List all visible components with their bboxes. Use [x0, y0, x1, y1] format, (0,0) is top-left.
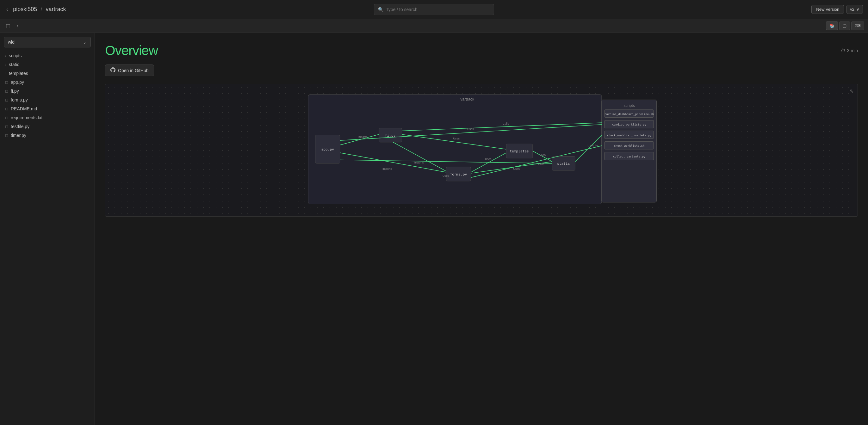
svg-text:templates: templates	[509, 149, 529, 153]
read-time-value: 3 min	[847, 48, 858, 53]
sidebar-file-fi-py[interactable]: ◻ fi.py	[0, 87, 95, 96]
sidebar-file-requirements[interactable]: ◻ requirements.txt	[0, 113, 95, 122]
file-timer-label: timer.py	[11, 133, 26, 138]
svg-text:check_worklist_complete.py: check_worklist_complete.py	[607, 134, 652, 137]
vartrack-group-label: vartrack	[460, 97, 474, 101]
version-badge[interactable]: v2 ∨	[846, 5, 863, 14]
file-icon: ◻	[5, 124, 8, 129]
svg-text:static: static	[557, 162, 570, 166]
sidebar-item-static[interactable]: › static	[0, 60, 95, 69]
folder-scripts-label: scripts	[9, 53, 22, 58]
version-label: v2	[850, 7, 855, 12]
svg-text:cardiac_worklists.py: cardiac_worklists.py	[612, 123, 646, 126]
file-testfile-label: testfile.py	[11, 124, 29, 129]
breadcrumb-chevron-icon[interactable]: ›	[15, 22, 20, 30]
file-app-py-label: app.py	[11, 80, 24, 85]
svg-text:Uses: Uses	[540, 153, 546, 156]
sidebar-file-forms-py[interactable]: ◻ forms.py	[0, 96, 95, 104]
sidebar-file-readme[interactable]: ◻ README.md	[0, 104, 95, 113]
svg-rect-0	[308, 95, 602, 204]
file-readme-label: README.md	[11, 106, 37, 111]
diagram-container: ⇖ vartrack scripts cardiac_dashboard_pip…	[105, 84, 858, 217]
svg-text:Uses: Uses	[467, 127, 474, 131]
file-icon: ◻	[5, 98, 8, 102]
svg-text:fi.py: fi.py	[385, 133, 396, 137]
main-content: Overview ⏱ 3 min Open in GitHub ⇖ vartra…	[95, 33, 868, 425]
repo-name: vartrack	[45, 6, 66, 12]
view-chart-button[interactable]: ⌨	[851, 22, 864, 30]
back-icon[interactable]: ‹	[5, 5, 9, 13]
version-chevron-icon: ∨	[856, 7, 860, 12]
svg-text:Used by: Used by	[587, 144, 598, 147]
github-icon	[111, 67, 116, 73]
sidebar-item-templates[interactable]: › templates	[0, 69, 95, 78]
secondary-toolbar: ◫ › 📚 ▢ ⌨	[0, 19, 868, 33]
expand-icon[interactable]: ⇖	[850, 88, 854, 94]
sidebar-file-app-py[interactable]: ◻ app.py	[0, 78, 95, 87]
file-icon: ◻	[5, 106, 8, 111]
nav-right: New Version v2 ∨	[811, 5, 863, 14]
open-github-button[interactable]: Open in GitHub	[105, 65, 154, 76]
svg-text:Uses: Uses	[485, 158, 492, 161]
folder-chevron-icon: ›	[5, 71, 6, 75]
search-bar[interactable]: 🔍	[374, 4, 494, 15]
folder-chevron-icon: ›	[5, 54, 6, 58]
file-icon: ◻	[5, 116, 8, 120]
view-layout-button[interactable]: ▢	[839, 22, 850, 30]
sidebar-dropdown-label: wld	[8, 39, 14, 44]
svg-text:Uses: Uses	[453, 137, 460, 140]
org-name: pipski505	[13, 6, 37, 12]
svg-text:Uses: Uses	[514, 167, 520, 170]
clock-icon: ⏱	[841, 48, 845, 53]
file-icon: ◻	[5, 89, 8, 93]
file-icon: ◻	[5, 133, 8, 137]
file-forms-py-label: forms.py	[11, 97, 28, 102]
sidebar: wld ⌄ › scripts › static › templates ◻ a…	[0, 33, 95, 425]
scripts-group-label: scripts	[623, 103, 634, 108]
sidebar-dropdown[interactable]: wld ⌄	[4, 37, 91, 47]
search-icon: 🔍	[378, 7, 383, 12]
architecture-diagram: vartrack scripts cardiac_dashboard_pipel…	[111, 89, 852, 209]
panel-toggle-icon[interactable]: ◫	[4, 22, 12, 30]
read-time: ⏱ 3 min	[841, 48, 858, 53]
navbar: ‹ pipski505 / vartrack 🔍 New Version v2 …	[0, 0, 868, 19]
new-version-button[interactable]: New Version	[811, 5, 844, 14]
layout: wld ⌄ › scripts › static › templates ◻ a…	[0, 33, 868, 425]
sidebar-item-scripts[interactable]: › scripts	[0, 51, 95, 60]
sidebar-dropdown-chevron-icon: ⌄	[83, 39, 87, 44]
svg-text:check_worklists.sh: check_worklists.sh	[614, 144, 645, 148]
svg-text:forms.py: forms.py	[450, 172, 467, 176]
folder-chevron-icon: ›	[5, 62, 6, 67]
view-book-button[interactable]: 📚	[826, 22, 838, 30]
toolbar-view-buttons: 📚 ▢ ⌨	[826, 22, 864, 30]
folder-templates-label: templates	[9, 71, 28, 76]
nav-title: pipski505 / vartrack	[13, 6, 66, 13]
folder-static-label: static	[9, 62, 19, 67]
svg-text:collect_variants.py: collect_variants.py	[613, 155, 646, 158]
svg-text:Imports: Imports	[358, 135, 367, 138]
sidebar-file-testfile[interactable]: ◻ testfile.py	[0, 122, 95, 131]
file-icon: ◻	[5, 80, 8, 85]
svg-text:Calls: Calls	[503, 122, 509, 125]
file-requirements-label: requirements.txt	[11, 115, 42, 120]
nav-slash: /	[40, 6, 42, 12]
sidebar-file-timer[interactable]: ◻ timer.py	[0, 131, 95, 140]
svg-text:app.py: app.py	[321, 148, 334, 152]
overview-header: Overview ⏱ 3 min	[105, 43, 858, 58]
overview-title: Overview	[105, 43, 158, 58]
svg-text:cardiac_dashboard_pipeline.sh: cardiac_dashboard_pipeline.sh	[604, 112, 654, 116]
search-input[interactable]	[386, 7, 490, 12]
file-fi-py-label: fi.py	[11, 89, 19, 94]
open-github-label: Open in GitHub	[118, 68, 149, 73]
svg-text:Uses: Uses	[442, 174, 449, 177]
svg-text:Imports: Imports	[382, 167, 392, 170]
